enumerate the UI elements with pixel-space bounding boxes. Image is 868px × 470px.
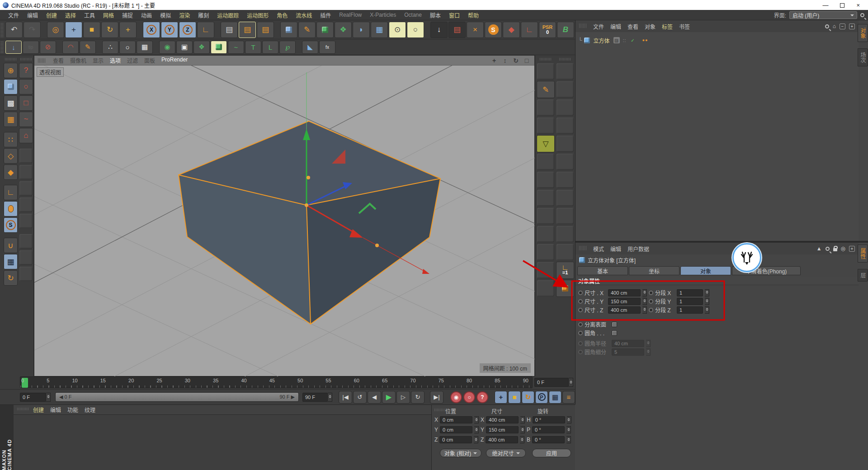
move-tool-icon[interactable]: + bbox=[65, 22, 82, 38]
poly-select-icon[interactable]: ⌂ bbox=[19, 128, 33, 143]
object-name[interactable]: 立方体 bbox=[592, 37, 612, 44]
选项[interactable]: 选项 bbox=[107, 56, 124, 64]
bevel-tool-icon[interactable]: ◣ bbox=[302, 41, 318, 54]
tool-slot-4[interactable] bbox=[19, 197, 33, 212]
viewport-drag-handle[interactable] bbox=[38, 58, 46, 63]
rp-cube-4[interactable] bbox=[537, 262, 555, 279]
pan-icon[interactable]: + bbox=[490, 57, 498, 64]
模式[interactable]: 模式 bbox=[590, 244, 607, 253]
rpb-11[interactable] bbox=[556, 244, 574, 261]
psr-zero-icon[interactable]: PSR 0 bbox=[539, 22, 556, 38]
cluster-tool-icon[interactable]: ◉ bbox=[159, 41, 175, 54]
spinner[interactable] bbox=[569, 378, 573, 387]
anim-dot-icon[interactable] bbox=[578, 322, 583, 327]
spinner[interactable] bbox=[705, 298, 709, 305]
rp-bars[interactable] bbox=[537, 226, 555, 243]
anim-dot-icon[interactable] bbox=[649, 308, 653, 312]
rp-scatter[interactable] bbox=[537, 207, 555, 225]
rpb-10[interactable] bbox=[556, 226, 574, 243]
size-field[interactable]: 400 cm bbox=[608, 289, 641, 296]
anim-dot-icon[interactable] bbox=[578, 308, 583, 312]
spinner[interactable] bbox=[567, 416, 571, 423]
render-settings-icon[interactable]: ▤ bbox=[257, 22, 274, 38]
scale-tool-icon[interactable]: ■ bbox=[83, 22, 100, 38]
anim-dot-icon[interactable] bbox=[649, 299, 653, 304]
render-picture-viewer-icon[interactable]: ▤ bbox=[239, 22, 256, 38]
spinner[interactable] bbox=[642, 298, 647, 305]
对象[interactable]: 对象 bbox=[680, 266, 731, 275]
apply-button[interactable]: 应用 bbox=[532, 449, 571, 457]
om-drag-handle[interactable] bbox=[579, 24, 587, 28]
timeline-ruler[interactable]: 051015202530354045505560657075808590 bbox=[20, 376, 533, 388]
character-plugin-icon[interactable]: B bbox=[557, 22, 574, 38]
record-keyframe-button[interactable]: ◉ bbox=[450, 391, 462, 403]
rpb-1[interactable] bbox=[556, 63, 574, 80]
anim-dot-icon[interactable] bbox=[578, 331, 583, 335]
am-new-panel-icon[interactable]: + bbox=[849, 246, 855, 252]
keying-settings-icon[interactable]: ≡ bbox=[562, 391, 575, 404]
minimize-button[interactable]: — bbox=[822, 2, 828, 9]
tool-slot-6[interactable] bbox=[19, 234, 33, 249]
文件[interactable]: 文件 bbox=[590, 22, 607, 31]
size-field[interactable]: 400 cm bbox=[608, 306, 641, 314]
workplane-mode-icon[interactable]: ▦ bbox=[4, 112, 18, 127]
渲染[interactable]: 渲染 bbox=[175, 10, 193, 20]
object-manager-list[interactable]: └ 立方体 ▨ :: ✓ ●● bbox=[576, 32, 859, 241]
toggle-view-icon[interactable]: □ bbox=[523, 57, 531, 64]
plugin-gravity-icon[interactable]: ↓ bbox=[430, 22, 448, 38]
matrix-tool-icon[interactable]: ▦ bbox=[137, 41, 153, 54]
hook-tool-icon[interactable]: L bbox=[262, 41, 278, 54]
窗口[interactable]: 窗口 bbox=[445, 10, 463, 20]
编辑[interactable]: 编辑 bbox=[47, 405, 64, 414]
运动跟踪[interactable]: 运动跟踪 bbox=[213, 10, 242, 20]
标签[interactable]: 标签 bbox=[659, 22, 676, 31]
spinner[interactable] bbox=[474, 416, 479, 423]
rpb-6[interactable] bbox=[556, 153, 574, 170]
toolbar-drag-handle[interactable] bbox=[0, 22, 4, 37]
viewport-solo-icon[interactable] bbox=[4, 201, 18, 216]
tool-slot-1[interactable] bbox=[19, 148, 33, 164]
rotation-field[interactable]: 0 ° bbox=[532, 426, 565, 433]
mat-drag-handle[interactable] bbox=[17, 408, 29, 410]
wire-cube-tool-icon[interactable] bbox=[211, 41, 227, 54]
编辑[interactable]: 编辑 bbox=[607, 22, 624, 31]
anim-dot-icon[interactable] bbox=[578, 291, 583, 295]
close-button[interactable]: × bbox=[856, 2, 860, 9]
rp-cube-3[interactable] bbox=[537, 171, 555, 188]
lock-icon[interactable] bbox=[833, 248, 837, 251]
spinner[interactable] bbox=[705, 306, 709, 314]
om-home-icon[interactable]: ⌂ bbox=[833, 23, 836, 29]
模拟[interactable]: 模拟 bbox=[156, 10, 175, 20]
polygon-pen-icon[interactable]: ▽ bbox=[537, 135, 555, 152]
smooth-pen-icon[interactable]: ✎ bbox=[80, 41, 96, 54]
dock-tab-takes[interactable]: 场次 bbox=[858, 48, 868, 66]
spinner[interactable] bbox=[566, 436, 571, 443]
key-parameter-toggle[interactable]: P bbox=[535, 391, 548, 404]
lock-y-icon[interactable]: Y bbox=[161, 22, 178, 38]
coord-mode-dropdown[interactable]: 对象 (相对) bbox=[440, 449, 481, 457]
texture-mode-icon[interactable]: ▩ bbox=[4, 95, 18, 111]
arc-tool-icon[interactable]: ◠ bbox=[62, 41, 79, 54]
snap-toggle-icon[interactable]: S bbox=[4, 217, 18, 233]
rp-cube-1[interactable] bbox=[537, 63, 555, 80]
rp-sphere[interactable] bbox=[537, 280, 555, 297]
rp-knife[interactable] bbox=[537, 117, 555, 134]
spinner[interactable] bbox=[642, 289, 647, 296]
rpb-9[interactable] bbox=[556, 207, 574, 225]
am-target-icon[interactable]: ◎ bbox=[841, 245, 845, 252]
捕捉[interactable]: 捕捉 bbox=[118, 10, 137, 20]
segments-field[interactable]: 1 bbox=[677, 289, 703, 296]
deformers-icon[interactable]: ◗ bbox=[353, 22, 370, 38]
key-scale-toggle[interactable]: ■ bbox=[508, 391, 521, 404]
am-drag-handle[interactable] bbox=[579, 246, 587, 250]
interface-dropdown[interactable]: 启动 (用户) bbox=[789, 11, 857, 19]
角色[interactable]: 角色 bbox=[273, 10, 291, 20]
material-manager[interactable]: 创建编辑功能纹理 bbox=[14, 405, 432, 470]
查看[interactable]: 查看 bbox=[624, 22, 642, 31]
rp-grid[interactable] bbox=[537, 244, 555, 261]
toolbar2-drag-handle[interactable] bbox=[0, 41, 4, 53]
rpb-2[interactable] bbox=[556, 81, 574, 98]
size-mode-dropdown[interactable]: 绝对尺寸 bbox=[486, 449, 526, 457]
perspective-viewport[interactable]: 查看摄像机显示选项过滤面板ProRender +↕↻□ 透视视图 网格间距 : … bbox=[34, 55, 535, 376]
rp-stairs[interactable] bbox=[537, 99, 555, 116]
